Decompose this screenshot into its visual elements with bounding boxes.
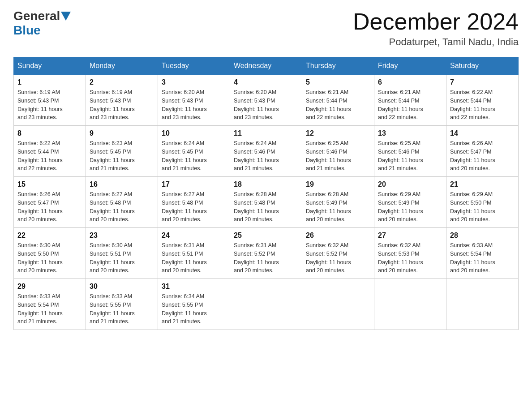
day-number: 1 [17, 78, 82, 86]
day-info: Sunrise: 6:34 AMSunset: 5:55 PMDaylight:… [162, 292, 226, 326]
day-info: Sunrise: 6:27 AMSunset: 5:48 PMDaylight:… [90, 190, 154, 224]
day-number: 8 [17, 129, 82, 137]
calendar-cell: 22Sunrise: 6:30 AMSunset: 5:50 PMDayligh… [14, 228, 86, 279]
week-row-2: 8Sunrise: 6:22 AMSunset: 5:44 PMDaylight… [14, 126, 519, 177]
calendar-cell: 28Sunrise: 6:33 AMSunset: 5:54 PMDayligh… [446, 228, 519, 279]
day-info: Sunrise: 6:21 AMSunset: 5:44 PMDaylight:… [306, 88, 370, 122]
header-tuesday: Tuesday [158, 57, 230, 75]
logo-blue-text: Blue [13, 23, 41, 38]
header-friday: Friday [374, 57, 446, 75]
calendar-header-row: SundayMondayTuesdayWednesdayThursdayFrid… [14, 57, 519, 75]
calendar-cell: 20Sunrise: 6:29 AMSunset: 5:49 PMDayligh… [374, 177, 446, 228]
week-row-4: 22Sunrise: 6:30 AMSunset: 5:50 PMDayligh… [14, 228, 519, 279]
day-info: Sunrise: 6:28 AMSunset: 5:48 PMDaylight:… [234, 190, 298, 224]
calendar-cell: 16Sunrise: 6:27 AMSunset: 5:48 PMDayligh… [86, 177, 158, 228]
calendar-cell: 6Sunrise: 6:21 AMSunset: 5:44 PMDaylight… [374, 75, 446, 126]
day-number: 31 [162, 283, 226, 291]
day-info: Sunrise: 6:32 AMSunset: 5:52 PMDaylight:… [306, 241, 370, 275]
header-monday: Monday [86, 57, 158, 75]
calendar-cell: 9Sunrise: 6:23 AMSunset: 5:45 PMDaylight… [86, 126, 158, 177]
week-row-5: 29Sunrise: 6:33 AMSunset: 5:54 PMDayligh… [14, 279, 519, 330]
day-info: Sunrise: 6:27 AMSunset: 5:48 PMDaylight:… [162, 190, 226, 224]
day-info: Sunrise: 6:23 AMSunset: 5:45 PMDaylight:… [90, 139, 154, 173]
day-info: Sunrise: 6:20 AMSunset: 5:43 PMDaylight:… [162, 88, 226, 122]
calendar-cell: 14Sunrise: 6:26 AMSunset: 5:47 PMDayligh… [446, 126, 519, 177]
day-number: 28 [450, 231, 515, 240]
day-number: 10 [162, 129, 226, 137]
logo: General Blue [13, 9, 71, 38]
day-number: 17 [162, 180, 226, 188]
day-number: 23 [90, 231, 154, 240]
calendar-cell: 31Sunrise: 6:34 AMSunset: 5:55 PMDayligh… [158, 279, 230, 330]
calendar-cell: 10Sunrise: 6:24 AMSunset: 5:45 PMDayligh… [158, 126, 230, 177]
calendar-cell: 12Sunrise: 6:25 AMSunset: 5:46 PMDayligh… [302, 126, 374, 177]
header-thursday: Thursday [302, 57, 374, 75]
calendar-cell: 18Sunrise: 6:28 AMSunset: 5:48 PMDayligh… [230, 177, 302, 228]
logo-triangle-icon [61, 12, 71, 21]
day-number: 26 [306, 231, 370, 240]
calendar-cell: 2Sunrise: 6:19 AMSunset: 5:43 PMDaylight… [86, 75, 158, 126]
day-info: Sunrise: 6:24 AMSunset: 5:46 PMDaylight:… [234, 139, 298, 173]
day-number: 7 [450, 78, 515, 86]
calendar-cell [374, 279, 446, 330]
day-info: Sunrise: 6:33 AMSunset: 5:54 PMDaylight:… [17, 292, 82, 326]
day-info: Sunrise: 6:25 AMSunset: 5:46 PMDaylight:… [378, 139, 442, 173]
day-info: Sunrise: 6:28 AMSunset: 5:49 PMDaylight:… [306, 190, 370, 224]
calendar-cell: 3Sunrise: 6:20 AMSunset: 5:43 PMDaylight… [158, 75, 230, 126]
day-number: 12 [306, 129, 370, 137]
day-number: 16 [90, 180, 154, 188]
day-info: Sunrise: 6:21 AMSunset: 5:44 PMDaylight:… [378, 88, 442, 122]
calendar-cell: 17Sunrise: 6:27 AMSunset: 5:48 PMDayligh… [158, 177, 230, 228]
page-header: General Blue December 2024 Podaturpet, T… [13, 9, 519, 48]
day-number: 15 [17, 180, 82, 188]
day-number: 22 [17, 231, 82, 240]
logo-general-text: General [13, 9, 60, 23]
day-info: Sunrise: 6:30 AMSunset: 5:50 PMDaylight:… [17, 241, 82, 275]
day-number: 4 [234, 78, 298, 86]
day-number: 9 [90, 129, 154, 137]
calendar-cell: 4Sunrise: 6:20 AMSunset: 5:43 PMDaylight… [230, 75, 302, 126]
calendar-cell: 11Sunrise: 6:24 AMSunset: 5:46 PMDayligh… [230, 126, 302, 177]
day-info: Sunrise: 6:25 AMSunset: 5:46 PMDaylight:… [306, 139, 370, 173]
header-wednesday: Wednesday [230, 57, 302, 75]
calendar-cell [446, 279, 519, 330]
day-number: 13 [378, 129, 442, 137]
location-title: Podaturpet, Tamil Nadu, India [353, 36, 519, 48]
calendar-cell: 29Sunrise: 6:33 AMSunset: 5:54 PMDayligh… [14, 279, 86, 330]
week-row-1: 1Sunrise: 6:19 AMSunset: 5:43 PMDaylight… [14, 75, 519, 126]
day-number: 21 [450, 180, 515, 188]
day-number: 25 [234, 231, 298, 240]
week-row-3: 15Sunrise: 6:26 AMSunset: 5:47 PMDayligh… [14, 177, 519, 228]
day-number: 24 [162, 231, 226, 240]
calendar-cell [302, 279, 374, 330]
day-number: 3 [162, 78, 226, 86]
calendar-cell: 24Sunrise: 6:31 AMSunset: 5:51 PMDayligh… [158, 228, 230, 279]
day-number: 14 [450, 129, 515, 137]
day-info: Sunrise: 6:22 AMSunset: 5:44 PMDaylight:… [17, 139, 82, 173]
calendar-cell: 30Sunrise: 6:33 AMSunset: 5:55 PMDayligh… [86, 279, 158, 330]
calendar-cell: 7Sunrise: 6:22 AMSunset: 5:44 PMDaylight… [446, 75, 519, 126]
day-info: Sunrise: 6:31 AMSunset: 5:51 PMDaylight:… [162, 241, 226, 275]
day-number: 20 [378, 180, 442, 188]
header-sunday: Sunday [14, 57, 86, 75]
title-area: December 2024 Podaturpet, Tamil Nadu, In… [353, 9, 519, 48]
day-number: 5 [306, 78, 370, 86]
day-number: 19 [306, 180, 370, 188]
header-saturday: Saturday [446, 57, 519, 75]
calendar-cell: 25Sunrise: 6:31 AMSunset: 5:52 PMDayligh… [230, 228, 302, 279]
day-info: Sunrise: 6:19 AMSunset: 5:43 PMDaylight:… [90, 88, 154, 122]
calendar-table: SundayMondayTuesdayWednesdayThursdayFrid… [13, 57, 519, 330]
calendar-cell [230, 279, 302, 330]
calendar-cell: 13Sunrise: 6:25 AMSunset: 5:46 PMDayligh… [374, 126, 446, 177]
day-number: 27 [378, 231, 442, 240]
day-info: Sunrise: 6:33 AMSunset: 5:55 PMDaylight:… [90, 292, 154, 326]
svg-marker-0 [61, 12, 71, 21]
day-info: Sunrise: 6:31 AMSunset: 5:52 PMDaylight:… [234, 241, 298, 275]
day-info: Sunrise: 6:24 AMSunset: 5:45 PMDaylight:… [162, 139, 226, 173]
month-title: December 2024 [353, 9, 519, 34]
day-number: 2 [90, 78, 154, 86]
day-info: Sunrise: 6:29 AMSunset: 5:50 PMDaylight:… [450, 190, 515, 224]
day-info: Sunrise: 6:20 AMSunset: 5:43 PMDaylight:… [234, 88, 298, 122]
day-info: Sunrise: 6:26 AMSunset: 5:47 PMDaylight:… [17, 190, 82, 224]
day-info: Sunrise: 6:22 AMSunset: 5:44 PMDaylight:… [450, 88, 515, 122]
